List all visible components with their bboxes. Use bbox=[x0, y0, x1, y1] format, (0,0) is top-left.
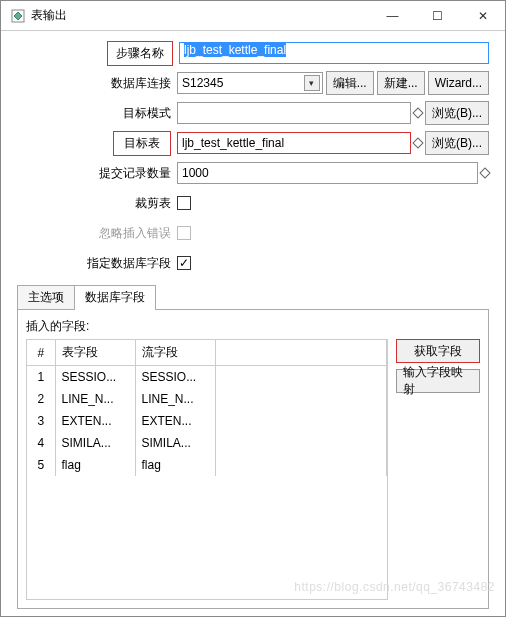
browse-table-button[interactable]: 浏览(B)... bbox=[425, 131, 489, 155]
table-row[interactable]: 3EXTEN...EXTEN... bbox=[27, 410, 387, 432]
target-table-input[interactable] bbox=[177, 132, 411, 154]
step-name-input[interactable]: ljb_test_kettle_final bbox=[179, 42, 489, 64]
commit-size-input[interactable] bbox=[177, 162, 478, 184]
table-row[interactable]: 4SIMILA...SIMILA... bbox=[27, 432, 387, 454]
insert-fields-label: 插入的字段: bbox=[26, 318, 480, 335]
target-table-label: 目标表 bbox=[113, 131, 171, 156]
diamond-icon bbox=[412, 137, 423, 148]
target-schema-label: 目标模式 bbox=[17, 105, 177, 122]
ignore-insert-error-checkbox bbox=[177, 226, 191, 240]
diamond-icon bbox=[412, 107, 423, 118]
fields-table[interactable]: # 表字段 流字段 1SESSIO...SESSIO...2LINE_N...L… bbox=[26, 339, 388, 600]
table-row[interactable]: 5flagflag bbox=[27, 454, 387, 476]
col-num: # bbox=[27, 340, 55, 366]
new-button[interactable]: 新建... bbox=[377, 71, 425, 95]
input-field-mapping-button[interactable]: 输入字段映射 bbox=[396, 369, 480, 393]
col-table-field: 表字段 bbox=[55, 340, 135, 366]
diamond-icon bbox=[479, 167, 490, 178]
tabs: 主选项 数据库字段 bbox=[17, 285, 489, 310]
maximize-button[interactable]: ☐ bbox=[415, 1, 460, 31]
chevron-down-icon[interactable]: ▾ bbox=[304, 75, 320, 91]
window-title: 表输出 bbox=[31, 7, 370, 24]
table-row[interactable]: 1SESSIO...SESSIO... bbox=[27, 366, 387, 389]
truncate-checkbox[interactable] bbox=[177, 196, 191, 210]
wizard-button[interactable]: Wizard... bbox=[428, 71, 489, 95]
target-table-label-wrap: 目标表 bbox=[17, 131, 177, 156]
truncate-label: 裁剪表 bbox=[17, 195, 177, 212]
step-name-label: 步骤名称 bbox=[107, 41, 173, 66]
commit-size-label: 提交记录数量 bbox=[17, 165, 177, 182]
db-connection-select[interactable]: S12345 ▾ bbox=[177, 72, 323, 94]
close-button[interactable]: ✕ bbox=[460, 1, 505, 31]
specify-db-fields-label: 指定数据库字段 bbox=[17, 255, 177, 272]
tab-db-fields[interactable]: 数据库字段 bbox=[74, 285, 156, 310]
col-stream-field: 流字段 bbox=[135, 340, 215, 366]
tab-main[interactable]: 主选项 bbox=[17, 285, 75, 310]
db-connection-label: 数据库连接 bbox=[17, 75, 177, 92]
minimize-button[interactable]: — bbox=[370, 1, 415, 31]
specify-db-fields-checkbox[interactable]: ✓ bbox=[177, 256, 191, 270]
edit-button[interactable]: 编辑... bbox=[326, 71, 374, 95]
table-row[interactable]: 2LINE_N...LINE_N... bbox=[27, 388, 387, 410]
target-schema-input[interactable] bbox=[177, 102, 411, 124]
ignore-insert-error-label: 忽略插入错误 bbox=[17, 225, 177, 242]
app-icon bbox=[11, 9, 25, 23]
titlebar: 表输出 — ☐ ✕ bbox=[1, 1, 505, 31]
browse-schema-button[interactable]: 浏览(B)... bbox=[425, 101, 489, 125]
get-fields-button[interactable]: 获取字段 bbox=[396, 339, 480, 363]
